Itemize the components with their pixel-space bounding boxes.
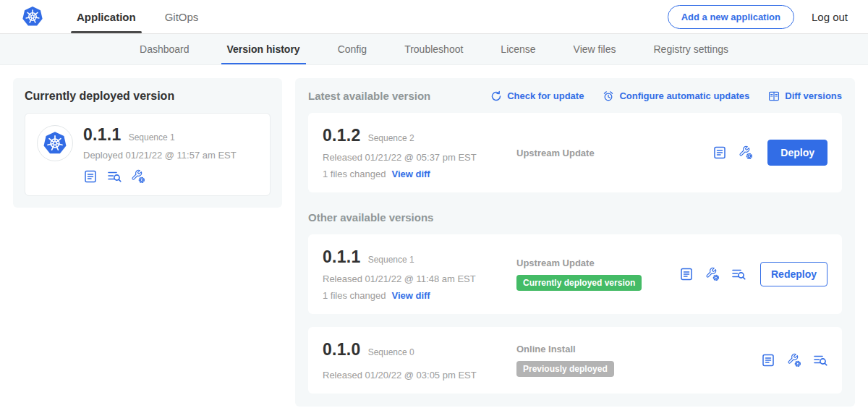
top-header-right: Add a new application Log out (668, 0, 848, 33)
edit-config-icon[interactable] (705, 267, 720, 281)
version-card-0-1-0: 0.1.0 Sequence 0 Released 01/20/22 @ 03:… (308, 327, 842, 394)
add-application-button[interactable]: Add a new application (668, 5, 794, 29)
version-source-block: Online Install Previously deployed (505, 344, 761, 377)
tab-application[interactable]: Application (62, 0, 150, 33)
deployed-timestamp: Deployed 01/21/22 @ 11:57 am EST (83, 150, 237, 161)
diff-versions-link[interactable]: Diff versions (768, 90, 842, 102)
version-history-panel: Latest available version Check for updat… (295, 78, 855, 407)
edit-config-icon[interactable] (131, 169, 145, 184)
view-diff-link[interactable]: View diff (391, 169, 430, 179)
deployed-version-card: 0.1.1 Sequence 1 Deployed 01/21/22 @ 11:… (25, 113, 271, 196)
deploy-button[interactable]: Deploy (767, 140, 827, 166)
tab-gitops[interactable]: GitOps (150, 0, 213, 33)
kubernetes-logo-icon (43, 131, 67, 156)
app-icon-ring (37, 125, 73, 161)
version-number: 0.1.1 (323, 247, 361, 267)
files-changed-label: 1 files changed (323, 169, 386, 179)
check-for-update-label: Check for update (507, 90, 584, 101)
version-actions: Check for update Configure automatic upd… (490, 90, 842, 102)
version-info: 0.1.2 Sequence 2 Released 01/21/22 @ 05:… (323, 126, 505, 179)
previously-deployed-badge: Previously deployed (516, 361, 614, 377)
release-notes-icon[interactable] (679, 267, 694, 281)
kubernetes-logo-icon (22, 6, 43, 27)
release-notes-icon[interactable] (83, 169, 98, 184)
currently-deployed-panel: Currently deployed version (13, 78, 282, 208)
released-timestamp: Released 01/21/22 @ 11:48 am EST (323, 273, 505, 284)
top-header-left: Application GitOps (22, 0, 213, 33)
view-diff-link[interactable]: View diff (391, 290, 430, 301)
view-diff-icon[interactable] (731, 267, 746, 281)
sequence-label: Sequence 1 (368, 255, 414, 265)
deployed-version-info: 0.1.1 Sequence 1 Deployed 01/21/22 @ 11:… (83, 125, 237, 184)
released-timestamp: Released 01/21/22 @ 05:37 pm EST (323, 152, 505, 163)
latest-version-header: Latest available version Check for updat… (308, 90, 842, 102)
version-card-actions: Redeploy (679, 262, 827, 286)
refresh-icon (490, 90, 502, 102)
diff-versions-label: Diff versions (785, 90, 842, 101)
subnav-item-dashboard[interactable]: Dashboard (121, 34, 208, 64)
subnav-item-troubleshoot[interactable]: Troubleshoot (386, 34, 482, 64)
version-info: 0.1.0 Sequence 0 Released 01/20/22 @ 03:… (323, 340, 505, 381)
subnav-item-version-history[interactable]: Version history (208, 34, 319, 64)
edit-config-icon[interactable] (739, 145, 753, 160)
other-versions-title: Other available versions (308, 211, 842, 224)
version-source: Upstream Update (516, 148, 712, 158)
edit-config-icon[interactable] (787, 353, 801, 367)
sequence-label: Sequence 2 (368, 133, 414, 143)
version-number: 0.1.1 (83, 125, 122, 145)
diff-versions-icon (768, 90, 780, 102)
app-logo (22, 0, 43, 33)
sequence-label: Sequence 0 (368, 347, 414, 357)
version-card-latest: 0.1.2 Sequence 2 Released 01/21/22 @ 05:… (308, 113, 842, 192)
currently-deployed-badge: Currently deployed version (516, 275, 642, 291)
files-changed-label: 1 files changed (323, 290, 386, 301)
auto-update-icon (603, 90, 614, 102)
version-number: 0.1.2 (323, 126, 361, 145)
release-notes-icon[interactable] (761, 353, 775, 367)
subnav-item-license[interactable]: License (482, 34, 554, 64)
version-source: Online Install (516, 344, 761, 354)
configure-automatic-updates-label: Configure automatic updates (619, 90, 749, 101)
deployed-card-actions (83, 169, 237, 184)
version-card-actions: Deploy (712, 140, 827, 166)
version-source-block: Upstream Update Currently deployed versi… (505, 258, 679, 291)
configure-automatic-updates-link[interactable]: Configure automatic updates (603, 90, 749, 102)
version-number: 0.1.0 (323, 340, 361, 360)
subnav-item-view-files[interactable]: View files (555, 34, 635, 64)
version-source: Upstream Update (516, 258, 679, 268)
redeploy-button[interactable]: Redeploy (760, 262, 827, 286)
check-for-update-link[interactable]: Check for update (490, 90, 584, 102)
latest-version-title: Latest available version (308, 90, 430, 102)
subnav-item-config[interactable]: Config (319, 34, 386, 64)
version-card-0-1-1: 0.1.1 Sequence 1 Released 01/21/22 @ 11:… (308, 234, 842, 314)
version-card-actions (761, 353, 827, 367)
logout-button[interactable]: Log out (812, 11, 848, 23)
subnav-item-registry-settings[interactable]: Registry settings (635, 34, 747, 64)
view-diff-icon[interactable] (813, 353, 827, 367)
view-diff-icon[interactable] (107, 169, 122, 184)
main-content: Currently deployed version (0, 65, 868, 408)
top-header: Application GitOps Add a new application… (0, 0, 868, 34)
version-info: 0.1.1 Sequence 1 Released 01/21/22 @ 11:… (323, 247, 505, 301)
released-timestamp: Released 01/20/22 @ 03:05 pm EST (323, 370, 505, 381)
sequence-label: Sequence 1 (129, 132, 175, 143)
release-notes-icon[interactable] (712, 145, 727, 160)
app-subnav: Dashboard Version history Config Trouble… (0, 34, 868, 65)
version-source-block: Upstream Update (505, 148, 712, 158)
deployed-panel-title: Currently deployed version (25, 90, 271, 103)
